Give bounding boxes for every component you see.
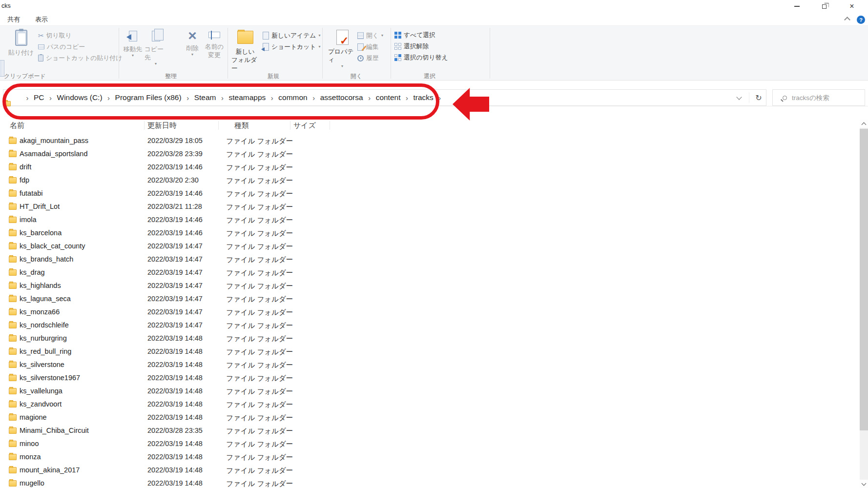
table-row[interactable]: drift 2022/03/19 14:46 ファイル フォルダー: [0, 161, 857, 174]
breadcrumb-item[interactable]: tracks: [412, 93, 434, 102]
breadcrumb-chevron[interactable]: ›: [309, 94, 319, 102]
breadcrumb-item[interactable]: content: [375, 93, 402, 102]
tab-view[interactable]: 表示: [35, 15, 48, 24]
new-item-button[interactable]: 新しいアイテム ▾: [263, 31, 320, 41]
restore-button[interactable]: [813, 0, 835, 12]
breadcrumb-chevron[interactable]: ›: [217, 94, 227, 102]
breadcrumb-chevron[interactable]: ›: [267, 94, 277, 102]
copy-path-button[interactable]: パスのコピー: [38, 42, 85, 52]
select-none-icon: [394, 43, 401, 50]
breadcrumb-item[interactable]: steamapps: [227, 93, 267, 102]
table-row[interactable]: monza 2022/03/19 14:48 ファイル フォルダー: [0, 451, 857, 464]
table-row[interactable]: ks_nurburgring 2022/03/19 14:48 ファイル フォル…: [0, 332, 857, 346]
table-row[interactable]: ks_red_bull_ring 2022/03/19 14:48 ファイル フ…: [0, 346, 857, 359]
table-row[interactable]: mugello 2022/03/19 14:48 ファイル フォルダー: [0, 477, 857, 488]
breadcrumb-item[interactable]: assettocorsa: [319, 93, 364, 102]
open-button[interactable]: 開く ▾: [357, 31, 383, 41]
breadcrumb-item[interactable]: Windows (C:): [56, 93, 103, 102]
table-row[interactable]: minoo 2022/03/19 14:48 ファイル フォルダー: [0, 438, 857, 451]
table-row[interactable]: mount_akina_2017 2022/03/19 14:48 ファイル フ…: [0, 464, 857, 477]
breadcrumb-item[interactable]: Program Files (x86): [114, 93, 183, 102]
breadcrumb-chevron[interactable]: ›: [434, 94, 445, 102]
address-bar[interactable]: › PC › Windows (C:) › Program Files (x86…: [3, 89, 766, 106]
table-row[interactable]: Asamadai_sportsland 2022/03/28 23:39 ファイ…: [0, 148, 857, 161]
move-to-button[interactable]: 移動先 ▾: [122, 31, 144, 58]
breadcrumb-chevron[interactable]: ›: [364, 94, 375, 102]
column-divider[interactable]: [330, 121, 330, 130]
breadcrumb-item[interactable]: Steam: [193, 93, 217, 102]
column-divider[interactable]: [290, 121, 290, 130]
table-row[interactable]: ks_laguna_seca 2022/03/19 14:47 ファイル フォル…: [0, 293, 857, 306]
select-none-button[interactable]: 選択解除: [394, 41, 429, 51]
folder-name: ks_highlands: [20, 282, 61, 289]
select-all-button[interactable]: すべて選択: [394, 30, 435, 40]
shortcut-button[interactable]: ショートカット ▾: [263, 42, 320, 52]
column-header-type[interactable]: 種類: [234, 121, 249, 130]
paste-button[interactable]: 貼り付け: [8, 30, 34, 57]
invert-selection-button[interactable]: 選択の切り替え: [394, 53, 448, 62]
chevron-down-icon: [862, 481, 867, 486]
new-item-icon: [263, 32, 269, 40]
history-button[interactable]: 履歴: [357, 53, 379, 63]
scroll-down-button[interactable]: [860, 480, 868, 488]
column-header-date[interactable]: 更新日時: [147, 121, 177, 130]
refresh-button[interactable]: ↻: [750, 90, 767, 105]
tab-share[interactable]: 共有: [7, 15, 20, 24]
column-divider[interactable]: [144, 121, 145, 130]
search-input[interactable]: [792, 94, 855, 102]
item-type: ファイル フォルダー: [226, 229, 293, 238]
properties-button[interactable]: ✓ プロパティ ▾: [328, 30, 356, 68]
search-box[interactable]: [772, 89, 865, 106]
folder-icon: [9, 243, 17, 249]
table-row[interactable]: fdp 2022/03/20 2:30 ファイル フォルダー: [0, 174, 857, 187]
table-row[interactable]: ks_monza66 2022/03/19 14:47 ファイル フォルダー: [0, 306, 857, 319]
breadcrumb-chevron[interactable]: ›: [22, 94, 33, 102]
table-row[interactable]: ks_brands_hatch 2022/03/19 14:47 ファイル フォ…: [0, 253, 857, 266]
table-row[interactable]: akagi_mountain_pass 2022/03/29 18:05 ファイ…: [0, 135, 857, 148]
scrollbar-thumb[interactable]: [860, 129, 868, 430]
item-type: ファイル フォルダー: [226, 374, 293, 383]
scroll-up-button[interactable]: [860, 120, 868, 128]
table-row[interactable]: ks_silverstone1967 2022/03/19 14:48 ファイル…: [0, 372, 857, 385]
help-button[interactable]: ?: [857, 16, 865, 24]
table-row[interactable]: ks_silverstone 2022/03/19 14:48 ファイル フォル…: [0, 359, 857, 372]
ribbon-divider: [322, 28, 323, 79]
close-button[interactable]: ×: [841, 0, 863, 12]
table-row[interactable]: ks_nordschleife 2022/03/19 14:47 ファイル フォ…: [0, 319, 857, 332]
address-dropdown-button[interactable]: [731, 90, 747, 105]
minimize-button[interactable]: [785, 0, 808, 12]
table-row[interactable]: magione 2022/03/19 14:48 ファイル フォルダー: [0, 411, 857, 425]
table-row[interactable]: ks_zandvoort 2022/03/19 14:48 ファイル フォルダー: [0, 398, 857, 411]
date-modified: 2022/03/19 14:48: [147, 361, 203, 368]
table-row[interactable]: ks_vallelunga 2022/03/19 14:48 ファイル フォルダ…: [0, 385, 857, 398]
table-row[interactable]: ks_drag 2022/03/19 14:47 ファイル フォルダー: [0, 266, 857, 280]
folder-name: ks_monza66: [20, 308, 60, 316]
new-folder-button[interactable]: 新しい フォルダー: [231, 31, 259, 73]
table-row[interactable]: ks_barcelona 2022/03/19 14:46 ファイル フォルダー: [0, 227, 857, 240]
table-row[interactable]: HT_Drift_Lot 2022/03/21 11:28 ファイル フォルダー: [0, 201, 857, 214]
breadcrumb-chevron[interactable]: ›: [45, 94, 56, 102]
breadcrumb-chevron[interactable]: ›: [401, 94, 412, 102]
column-header-size[interactable]: サイズ: [293, 121, 316, 130]
column-header-name[interactable]: 名前: [10, 121, 24, 130]
paste-shortcut-button[interactable]: ショートカットの貼り付け: [38, 53, 122, 63]
breadcrumb-chevron[interactable]: ›: [183, 94, 193, 102]
close-icon: ×: [849, 2, 854, 10]
column-divider[interactable]: [218, 121, 219, 130]
copy-to-button[interactable]: コピー先 ▾: [145, 31, 167, 66]
edit-button[interactable]: 編集: [357, 42, 379, 52]
breadcrumb-item[interactable]: common: [277, 93, 308, 102]
vertical-scrollbar[interactable]: [860, 120, 868, 488]
table-row[interactable]: ks_highlands 2022/03/19 14:47 ファイル フォルダー: [0, 280, 857, 293]
breadcrumb-chevron[interactable]: ›: [103, 94, 114, 102]
table-row[interactable]: futatabi 2022/03/19 14:46 ファイル フォルダー: [0, 187, 857, 201]
folder-name: Minami_Chiba_Circuit: [20, 427, 89, 434]
table-row[interactable]: ks_black_cat_county 2022/03/19 14:47 ファイ…: [0, 240, 857, 253]
rename-button[interactable]: 名前の 変更: [203, 32, 226, 60]
breadcrumb-item[interactable]: PC: [33, 93, 45, 102]
delete-button[interactable]: × 削除 ▾: [182, 29, 203, 57]
collapse-ribbon-button[interactable]: [845, 18, 849, 22]
table-row[interactable]: Minami_Chiba_Circuit 2022/03/28 23:35 ファ…: [0, 425, 857, 438]
cut-button[interactable]: ✂ 切り取り: [38, 31, 72, 41]
table-row[interactable]: imola 2022/03/19 14:46 ファイル フォルダー: [0, 214, 857, 227]
